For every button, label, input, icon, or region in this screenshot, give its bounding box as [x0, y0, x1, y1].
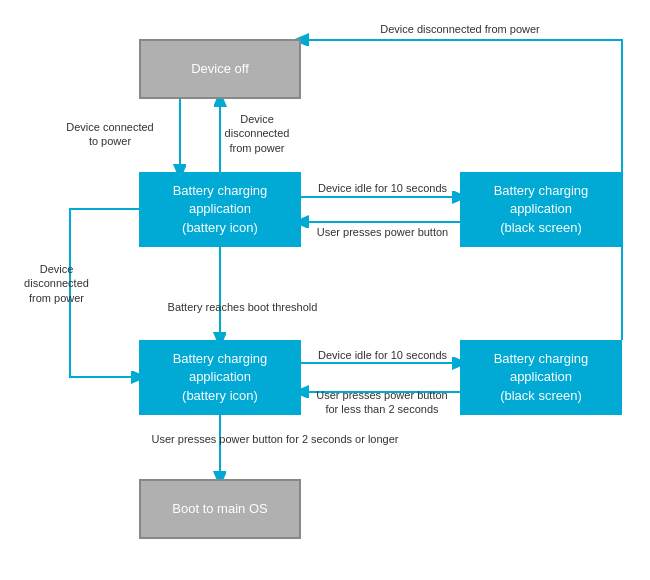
- label-idle-10s-2: Device idle for 10 seconds: [310, 348, 455, 362]
- label-device-connected: Device connectedto power: [65, 120, 155, 149]
- battery-charging-2-label: Battery chargingapplication(battery icon…: [173, 350, 268, 405]
- label-device-disconnected-left: Device disconnectedfrom power: [14, 262, 99, 305]
- diagram: Device off Battery chargingapplication(b…: [0, 0, 650, 580]
- label-device-disconnected-top: Device disconnected from power: [370, 22, 550, 36]
- battery-charging-black-1-box: Battery chargingapplication(black screen…: [460, 172, 622, 247]
- label-battery-threshold: Battery reaches boot threshold: [155, 300, 330, 314]
- label-user-power-long: User presses power button for 2 seconds …: [145, 432, 405, 446]
- battery-charging-black-2-box: Battery chargingapplication(black screen…: [460, 340, 622, 415]
- label-user-power-1: User presses power button: [310, 225, 455, 239]
- battery-charging-2-box: Battery chargingapplication(battery icon…: [139, 340, 301, 415]
- boot-to-main-os-box: Boot to main OS: [139, 479, 301, 539]
- battery-charging-black-2-label: Battery chargingapplication(black screen…: [494, 350, 589, 405]
- label-user-power-2: User presses power buttonfor less than 2…: [308, 388, 456, 417]
- battery-charging-1-label: Battery chargingapplication(battery icon…: [173, 182, 268, 237]
- device-off-label: Device off: [191, 60, 249, 78]
- battery-charging-black-1-label: Battery chargingapplication(black screen…: [494, 182, 589, 237]
- label-idle-10s-1: Device idle for 10 seconds: [310, 181, 455, 195]
- boot-to-main-os-label: Boot to main OS: [172, 500, 267, 518]
- label-device-disconnected-1: Device disconnectedfrom power: [207, 112, 307, 155]
- battery-charging-1-box: Battery chargingapplication(battery icon…: [139, 172, 301, 247]
- device-off-box: Device off: [139, 39, 301, 99]
